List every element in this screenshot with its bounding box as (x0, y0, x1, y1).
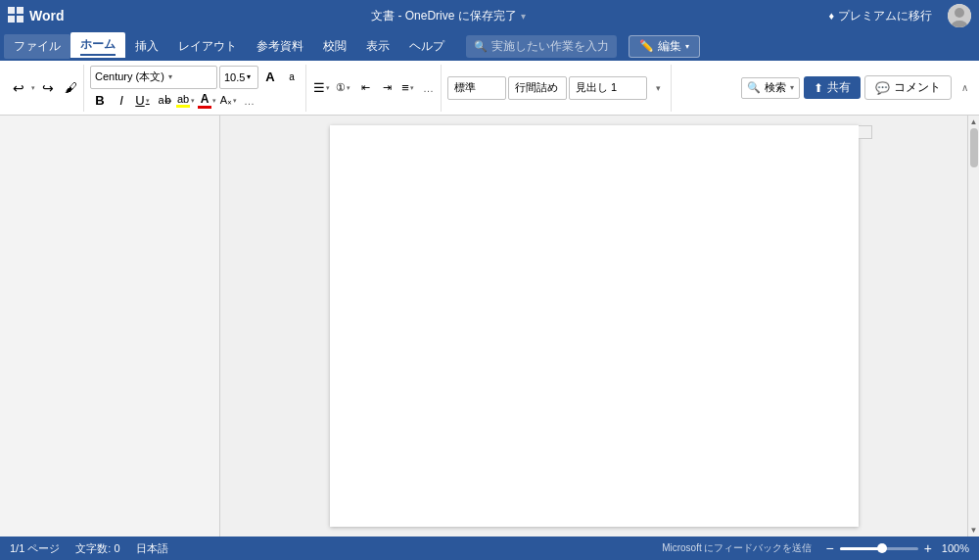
more-paragraph-btn[interactable]: … (420, 80, 437, 96)
zoom-level: 100% (942, 542, 969, 554)
main-area: ▲ ▼ (0, 116, 979, 537)
font-name-dropdown[interactable]: Century (本文) ▾ (90, 66, 217, 89)
word-count: 文字数: 0 (75, 541, 119, 556)
menu-item-layout[interactable]: レイアウト (168, 34, 247, 59)
clear-formatting-btn[interactable]: Aₓ▾ (219, 91, 239, 111)
page-info: 1/1 ページ (10, 541, 60, 556)
document-page[interactable] (330, 125, 859, 527)
menu-item-review[interactable]: 校閲 (313, 34, 356, 59)
edit-dropdown-arrow: ▾ (685, 42, 689, 51)
strikethrough-btn[interactable]: ab̶ (155, 91, 174, 111)
language: 日本語 (136, 541, 168, 556)
more-font-btn[interactable]: … (241, 93, 257, 109)
page-tab (859, 125, 872, 139)
undo-dropdown[interactable]: ▾ (30, 84, 36, 92)
zoom-minus-btn[interactable]: − (825, 540, 833, 556)
svg-point-5 (955, 8, 964, 18)
style-line-spacing-dropdown[interactable]: 行間詰め (508, 76, 567, 100)
scroll-down-arrow[interactable]: ▼ (970, 526, 978, 535)
style-normal-dropdown[interactable]: 標準 (447, 76, 506, 100)
font-size-dropdown[interactable]: 10.5 ▾ (219, 66, 258, 89)
indent-decrease-btn[interactable]: ⇤ (355, 78, 375, 98)
ribbon: ↩ ▾ ↪ 🖌 Century (本文) ▾ 10.5 ▾ A a B I U▾ (0, 61, 979, 116)
font-name-arrow: ▾ (168, 72, 172, 81)
doc-title: 文書 - OneDrive に保存完了 ▾ (76, 8, 821, 24)
font-size-arrow: ▾ (247, 72, 251, 81)
scroll-thumb[interactable] (970, 128, 978, 167)
app-grid-icon[interactable] (8, 7, 23, 25)
svg-rect-1 (17, 7, 23, 14)
styles-group: 標準 行間詰め 見出し 1 ▾ (443, 65, 672, 112)
search-field[interactable]: 🔍 検索 ▾ (741, 77, 800, 99)
user-avatar[interactable] (948, 4, 971, 27)
style-heading-dropdown[interactable]: 見出し 1 (569, 76, 647, 100)
zoom-plus-btn[interactable]: + (924, 540, 932, 556)
font-size-up-btn[interactable]: A (260, 68, 280, 87)
svg-rect-3 (17, 16, 23, 23)
menu-item-help[interactable]: ヘルプ (399, 34, 454, 59)
svg-rect-0 (8, 7, 15, 14)
indent-increase-btn[interactable]: ⇥ (377, 78, 396, 98)
title-bar: Word 文書 - OneDrive に保存完了 ▾ ♦ プレミアムに移行 (0, 0, 979, 31)
share-icon: ⬆ (814, 81, 823, 95)
right-toolbar: 🔍 検索 ▾ ⬆ 共有 💬 コメント ∧ (741, 75, 973, 100)
vertical-scrollbar[interactable]: ▲ ▼ (967, 116, 979, 537)
menu-item-view[interactable]: 表示 (356, 34, 399, 59)
bold-btn[interactable]: B (90, 91, 110, 111)
menu-item-file[interactable]: ファイル (4, 34, 70, 59)
underline-btn[interactable]: U▾ (133, 91, 153, 111)
app-name: Word (29, 8, 65, 23)
comment-icon: 💬 (875, 81, 890, 95)
comment-btn[interactable]: 💬 コメント (864, 75, 952, 100)
zoom-slider[interactable] (840, 547, 918, 550)
menu-item-references[interactable]: 参考資料 (247, 34, 313, 59)
font-size-down-btn[interactable]: a (282, 68, 302, 87)
menu-search[interactable]: 🔍 実施したい作業を入力 (466, 35, 617, 58)
highlight-btn[interactable]: ab ▾ (176, 91, 196, 111)
paragraph-group: ☰▾ ①▾ ⇤ ⇥ ≡▾ … (308, 65, 442, 112)
font-group: Century (本文) ▾ 10.5 ▾ A a B I U▾ ab̶ ab … (86, 65, 306, 112)
left-ruler (0, 116, 220, 537)
undo-btn[interactable]: ↩ (8, 69, 29, 108)
styles-expand-btn[interactable]: ▾ (649, 65, 667, 112)
italic-btn[interactable]: I (112, 91, 131, 111)
search-dropdown-arrow: ▾ (790, 83, 794, 92)
menu-item-home[interactable]: ホーム (70, 32, 125, 60)
numbered-list-btn[interactable]: ①▾ (334, 78, 353, 98)
premium-btn[interactable]: ♦ プレミアムに移行 (820, 6, 940, 26)
edit-btn[interactable]: ✏️ 編集 ▾ (629, 35, 700, 58)
redo-btn[interactable]: ↪ (37, 69, 59, 108)
menu-item-insert[interactable]: 挿入 (125, 34, 168, 59)
search-icon: 🔍 (747, 81, 761, 94)
page-area[interactable] (220, 116, 967, 537)
status-bar: 1/1 ページ 文字数: 0 日本語 Microsoft にフィードバックを送信… (0, 537, 979, 560)
bullet-list-btn[interactable]: ☰▾ (312, 78, 332, 98)
feedback-btn[interactable]: Microsoft にフィードバックを送信 (662, 541, 812, 555)
menu-bar: ファイル ホーム 挿入 レイアウト 参考資料 校閲 表示 ヘルプ 🔍 実施したい… (0, 31, 979, 61)
share-btn[interactable]: ⬆ 共有 (804, 76, 861, 99)
font-color-btn[interactable]: A ▾ (198, 91, 217, 111)
scroll-up-arrow[interactable]: ▲ (970, 117, 978, 126)
svg-rect-2 (8, 16, 15, 23)
undo-redo-group: ↩ ▾ ↪ 🖌 (6, 65, 84, 112)
align-btn[interactable]: ≡▾ (398, 78, 418, 98)
title-dropdown-arrow[interactable]: ▾ (521, 11, 526, 22)
zoom-area: Microsoft にフィードバックを送信 − + 100% (662, 540, 969, 556)
format-painter-btn[interactable]: 🖌 (60, 69, 81, 108)
ribbon-collapse-btn[interactable]: ∧ (956, 79, 973, 97)
